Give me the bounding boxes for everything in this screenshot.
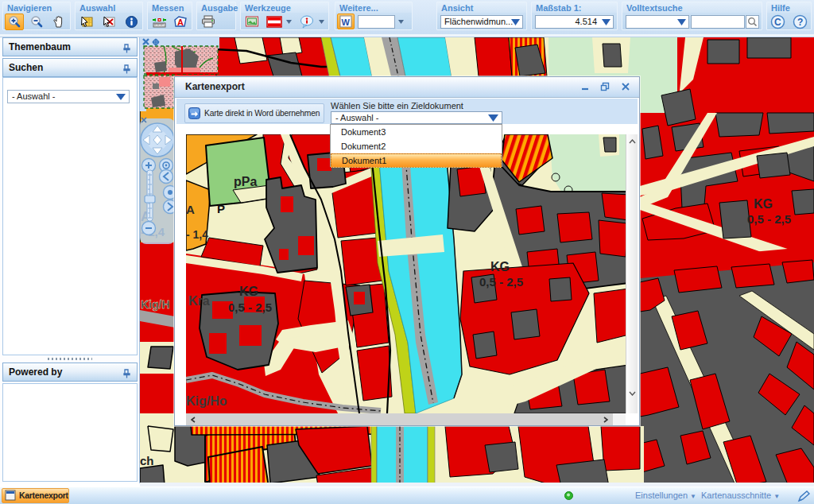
svg-text:pPa: pPa (234, 175, 257, 188)
svg-text:0,5 - 2,5: 0,5 - 2,5 (479, 275, 523, 289)
svg-text:- 1,4: - 1,4 (186, 228, 208, 241)
svg-text:?: ? (797, 17, 803, 28)
svg-text:A: A (177, 17, 184, 26)
svg-text:ch: ch (140, 454, 154, 467)
svg-text:0,5 - 2,5: 0,5 - 2,5 (228, 300, 272, 314)
svg-text:0,5 - 2,5: 0,5 - 2,5 (747, 212, 791, 226)
svg-text:Kig/Ho: Kig/Ho (186, 394, 227, 408)
svg-text:P: P (217, 202, 225, 215)
svg-text:KG: KG (239, 285, 258, 298)
svg-text:W: W (342, 17, 351, 27)
svg-text:C: C (774, 17, 781, 28)
svg-text:Kra: Kra (188, 294, 210, 308)
svg-text:KG: KG (490, 260, 510, 273)
svg-text:A: A (186, 203, 195, 216)
svg-text:Kig/H: Kig/H (141, 298, 170, 311)
svg-text:KG: KG (754, 197, 773, 211)
